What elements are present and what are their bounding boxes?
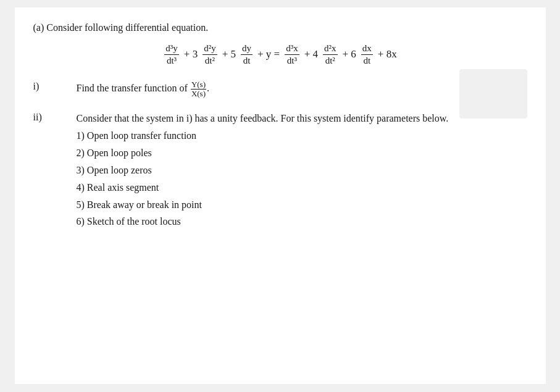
list-item-6: 6) Sketch of the root locus: [77, 214, 527, 230]
op-plus3: + 3: [184, 48, 198, 60]
sub-i-text-after: .: [207, 83, 209, 93]
sub-ii-list: 1) Open loop transfer function 2) Open l…: [77, 128, 527, 230]
frac-d2x-dt2: d²x dt²: [323, 43, 338, 65]
part-a-title: (a) Consider following differential equa…: [33, 22, 527, 33]
sub-question-i: i) Find the transfer function of Y(s) X(…: [33, 80, 527, 99]
sub-i-text-before: Find the transfer function of: [77, 83, 188, 93]
sub-question-ii: ii) Consider that the system in i) has a…: [33, 111, 527, 232]
op-plus6: + 6: [343, 48, 356, 60]
sub-i-label: i): [33, 80, 77, 92]
frac-d3y-dt3: d³y dt³: [164, 43, 179, 65]
frac-dy-dt: dy dt: [241, 43, 253, 65]
frac-dx-dt: dx dt: [361, 43, 373, 65]
sub-ii-label: ii): [33, 111, 77, 123]
op-plus5: + 5: [222, 48, 236, 60]
op-plus4: + 4: [304, 48, 318, 60]
list-item-3: 3) Open loop zeros: [77, 163, 527, 178]
list-item-4: 4) Real axis segment: [77, 180, 527, 196]
op-plus-y-eq: + y =: [257, 48, 280, 60]
list-item-1: 1) Open loop transfer function: [77, 128, 527, 144]
frac-d2y-dt2: d²y dt²: [203, 43, 217, 65]
watermark: [459, 69, 527, 119]
transfer-function-frac: Y(s) X(s): [191, 80, 206, 99]
differential-equation: d³y dt³ + 3 d²y dt² + 5 dy dt + y = d³x …: [33, 42, 527, 65]
part-a-section: (a) Consider following differential equa…: [33, 22, 527, 65]
frac-d3x-dt3: d³x dt³: [285, 43, 299, 65]
op-plus8x: + 8x: [378, 48, 397, 60]
page: (a) Consider following differential equa…: [15, 7, 546, 384]
sub-ii-content: Consider that the system in i) has a uni…: [77, 111, 527, 232]
list-item-2: 2) Open loop poles: [77, 146, 527, 161]
list-item-5: 5) Break away or break in point: [77, 198, 527, 213]
